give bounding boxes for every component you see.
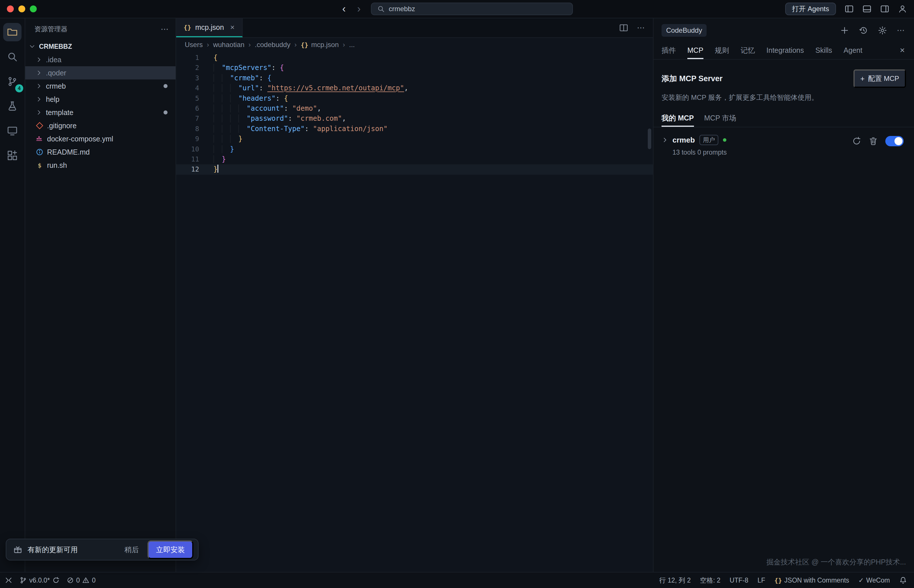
- zoom-window-button[interactable]: [30, 5, 37, 12]
- encoding-status[interactable]: UTF-8: [730, 577, 748, 584]
- warnings-icon: [82, 577, 89, 584]
- activity-search-button[interactable]: [3, 48, 21, 66]
- breadcrumb-item[interactable]: .codebuddy: [255, 41, 290, 49]
- new-session-icon[interactable]: [840, 26, 849, 35]
- breadcrumb-item[interactable]: Users: [185, 41, 203, 49]
- code-line-6[interactable]: 6 "account": "demo",: [176, 103, 653, 113]
- update-message: 有新的更新可用: [27, 545, 78, 554]
- tab-close-icon[interactable]: ×: [230, 23, 235, 32]
- git-branch-status[interactable]: v6.0.0*: [19, 577, 60, 584]
- tree-root[interactable]: CRMEBBZ: [25, 40, 176, 53]
- editor-more-actions-icon[interactable]: ⋯: [637, 24, 645, 32]
- assistant-panel: CodeBuddy ⋯ 插件MCP规则记忆IntegrationsSkillsA…: [654, 18, 914, 572]
- breadcrumb-label: mcp.json: [311, 41, 339, 49]
- refresh-server-icon[interactable]: [852, 137, 861, 146]
- settings-gear-icon[interactable]: [878, 26, 887, 35]
- tree-item-docker-compose-yml[interactable]: docker-compose.yml: [25, 132, 176, 145]
- configure-mcp-button[interactable]: + 配置 MCP: [853, 69, 906, 88]
- close-window-button[interactable]: [7, 5, 14, 12]
- toggle-bottom-panel-icon[interactable]: [862, 4, 872, 13]
- breadcrumb-item[interactable]: {}mcp.json: [300, 41, 339, 49]
- history-back-button[interactable]: ‹: [341, 4, 347, 14]
- problems-status[interactable]: 0 0: [66, 577, 96, 584]
- tree-item-help[interactable]: help: [25, 93, 176, 106]
- activity-extensions-button[interactable]: [3, 146, 21, 165]
- tree-item--idea[interactable]: .idea: [25, 53, 176, 66]
- tree-item--qoder[interactable]: .qoder: [25, 66, 176, 79]
- line-content: }: [199, 164, 218, 174]
- breadcrumb-item[interactable]: wuhaotian: [213, 41, 244, 49]
- minimize-window-button[interactable]: [18, 5, 25, 12]
- code-line-9[interactable]: 9 }: [176, 134, 653, 144]
- assistant-tab-记忆[interactable]: 记忆: [741, 41, 755, 59]
- wecom-label: WeCom: [866, 577, 890, 584]
- indentation-status[interactable]: 空格: 2: [700, 576, 721, 585]
- mcp-subtab-我的-mcp[interactable]: 我的 MCP: [662, 110, 694, 127]
- code-line-10[interactable]: 10 }: [176, 144, 653, 154]
- activity-explorer-button[interactable]: [3, 23, 21, 41]
- explorer-header: 资源管理器 ⋯: [25, 18, 176, 37]
- editor-scrollbar-thumb[interactable]: [648, 129, 651, 149]
- code-line-8[interactable]: 8 "Content-Type": "application/json": [176, 124, 653, 134]
- activity-source-control-button[interactable]: 4: [3, 72, 21, 90]
- remote-indicator-icon[interactable]: [5, 576, 13, 584]
- mcp-subtab-mcp-市场[interactable]: MCP 市场: [704, 110, 736, 127]
- code-editor[interactable]: 1{2 "mcpServers": {3 "crmeb": {4 "url": …: [176, 52, 653, 572]
- code-line-2[interactable]: 2 "mcpServers": {: [176, 63, 653, 73]
- code-line-5[interactable]: 5 "headers": {: [176, 94, 653, 103]
- assistant-header-actions: ⋯: [840, 26, 905, 35]
- delete-server-icon[interactable]: [869, 137, 878, 146]
- code-line-11[interactable]: 11 }: [176, 154, 653, 164]
- server-name: crmeb: [672, 136, 695, 145]
- assistant-tab-integrations[interactable]: Integrations: [767, 41, 804, 59]
- json-file-icon: {}: [184, 24, 191, 31]
- cursor-position-status[interactable]: 行 12, 列 2: [659, 576, 691, 585]
- account-icon[interactable]: [898, 4, 907, 13]
- file-name: run.sh: [47, 161, 67, 170]
- tree-item-crmeb[interactable]: crmeb: [25, 79, 176, 93]
- history-icon[interactable]: [859, 26, 868, 35]
- chevron-right-icon: [36, 56, 42, 63]
- history-forward-button[interactable]: ›: [356, 4, 362, 14]
- activity-testing-button[interactable]: [3, 97, 21, 115]
- toggle-left-sidebar-icon[interactable]: [845, 4, 854, 13]
- code-line-7[interactable]: 7 "password": "crmeb.com",: [176, 113, 653, 124]
- assistant-tab-mcp[interactable]: MCP: [687, 41, 703, 59]
- tree-item-readme-md[interactable]: README.md: [25, 145, 176, 158]
- notifications-bell-icon[interactable]: [899, 576, 907, 584]
- wecom-status[interactable]: ✓ WeCom: [858, 577, 890, 584]
- editor-group: {} mcp.json × ⋯ Users›wuhaotian›.codebud…: [176, 18, 654, 572]
- assistant-tab-agent[interactable]: Agent: [844, 41, 862, 59]
- assistant-tab-skills[interactable]: Skills: [815, 41, 832, 59]
- line-number: 5: [176, 94, 199, 103]
- errors-count: 0: [76, 577, 80, 584]
- update-install-button[interactable]: 立即安装: [147, 540, 193, 559]
- update-later-button[interactable]: 稍后: [121, 543, 142, 557]
- split-editor-icon[interactable]: [619, 23, 628, 32]
- open-agents-button[interactable]: 打开 Agents: [785, 3, 836, 15]
- breadcrumb-item[interactable]: ...: [349, 41, 355, 49]
- activity-remote-explorer-button[interactable]: [3, 122, 21, 140]
- code-line-3[interactable]: 3 "crmeb": {: [176, 73, 653, 83]
- assistant-more-icon[interactable]: ⋯: [897, 26, 905, 34]
- tree-item--gitignore[interactable]: .gitignore: [25, 119, 176, 132]
- code-line-4[interactable]: 4 "url": "https://v5.crmeb.net/outapi/mc…: [176, 83, 653, 93]
- codebuddy-brand-chip[interactable]: CodeBuddy: [662, 24, 707, 37]
- panel-close-icon[interactable]: ×: [899, 45, 905, 55]
- server-enabled-toggle[interactable]: [885, 136, 904, 146]
- titlebar-actions: 打开 Agents: [785, 3, 907, 15]
- code-line-1[interactable]: 1{: [176, 53, 653, 63]
- code-line-12[interactable]: 12}: [176, 164, 653, 174]
- language-mode-status[interactable]: {} JSON with Comments: [774, 577, 849, 584]
- tree-item-template[interactable]: template: [25, 106, 176, 119]
- command-center-search[interactable]: crmebbz: [371, 3, 573, 15]
- assistant-tab-插件[interactable]: 插件: [662, 41, 676, 59]
- tree-item-run-sh[interactable]: $run.sh: [25, 158, 176, 172]
- assistant-tab-规则[interactable]: 规则: [715, 41, 729, 59]
- toggle-right-sidebar-icon[interactable]: [880, 4, 889, 13]
- explorer-sidebar: 资源管理器 ⋯ CRMEBBZ .idea.qodercrmebhelptemp…: [25, 18, 176, 572]
- eol-status[interactable]: LF: [757, 577, 765, 584]
- json-file-icon: {}: [300, 41, 308, 48]
- editor-tab-mcp-json[interactable]: {} mcp.json ×: [176, 18, 243, 37]
- explorer-more-button[interactable]: ⋯: [161, 25, 169, 33]
